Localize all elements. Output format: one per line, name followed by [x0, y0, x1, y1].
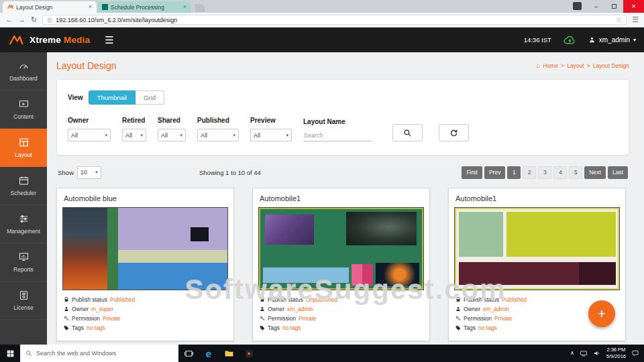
preview-select[interactable]: All▾ — [250, 129, 292, 141]
tab-close-icon[interactable]: × — [183, 4, 186, 10]
sidebar-item-license[interactable]: License — [0, 282, 47, 320]
chevron-down-icon: ▾ — [633, 37, 636, 43]
address-bar[interactable]: 192.168.60.10/xm_6.2.0/xm/site/layoutdes… — [42, 15, 627, 25]
page-last-button[interactable]: Last — [608, 166, 628, 179]
layout-card[interactable]: Automobile blue Publish status Published — [56, 188, 234, 341]
action-center-icon[interactable] — [631, 349, 639, 357]
page-3-button[interactable]: 3 — [538, 166, 551, 179]
tray-expand-icon[interactable]: ∧ — [570, 351, 574, 356]
publish-status-row: Publish status Published — [64, 296, 227, 303]
user-icon — [588, 36, 596, 44]
calendar-icon — [18, 175, 30, 186]
show-select[interactable]: 10▾ — [77, 166, 101, 179]
page-prev-button[interactable]: Prev — [484, 166, 505, 179]
retired-select[interactable]: All▾ — [122, 129, 146, 141]
file-explorer-button[interactable] — [219, 345, 239, 362]
owner-label: Owner — [72, 306, 89, 312]
bar-chart-icon — [18, 251, 30, 263]
page-4-button[interactable]: 4 — [553, 166, 567, 179]
breadcrumb-separator: > — [587, 62, 590, 69]
user-menu[interactable]: xm_admin ▾ — [588, 36, 636, 44]
media-screen-icon — [18, 99, 30, 110]
refresh-icon[interactable]: ↻ — [31, 16, 37, 23]
layout-thumbnail[interactable] — [62, 207, 228, 290]
publish-status-value: Unpublished — [306, 296, 337, 303]
breadcrumb-home[interactable]: Home — [543, 62, 559, 69]
tags-label: Tags — [72, 324, 84, 331]
permission-label: Permission — [72, 315, 100, 322]
thumb-zone-maroon-bar — [459, 262, 579, 285]
maximize-button[interactable] — [605, 0, 623, 13]
browser-extension-icon[interactable] — [573, 2, 582, 10]
layout-thumbnail[interactable] — [454, 207, 620, 290]
layout-name-label: Layout Name — [303, 118, 372, 125]
permission-label: Permission — [268, 315, 296, 322]
view-thumbnail-button[interactable]: Thumbnail — [89, 90, 136, 105]
close-button[interactable]: ✕ — [623, 0, 644, 13]
forward-icon[interactable]: → — [18, 16, 25, 23]
new-tab-button[interactable] — [194, 4, 205, 12]
shared-label: Shared — [158, 117, 186, 124]
retired-label: Retired — [122, 117, 146, 124]
search-button[interactable] — [392, 124, 423, 141]
page-first-button[interactable]: First — [462, 166, 482, 179]
system-tray: ∧ 2:36 PM 5/9/2016 — [570, 345, 644, 362]
view-grid-button[interactable]: Grid — [136, 90, 164, 105]
sidebar-item-label: Management — [7, 228, 40, 235]
thumb-zone-blue-bar — [118, 263, 227, 290]
sidebar-item-dashboard[interactable]: Dashboard — [0, 52, 47, 90]
taskbar-search[interactable] — [20, 345, 178, 362]
network-icon[interactable] — [580, 349, 588, 357]
bookmark-star-icon[interactable]: ☆ — [616, 16, 622, 23]
sidebar-item-layout[interactable]: Layout — [0, 129, 47, 167]
key-icon — [455, 316, 461, 321]
layout-thumbnail[interactable] — [258, 207, 424, 290]
permission-value: Private — [494, 315, 512, 322]
key-icon — [64, 316, 69, 321]
edge-browser-button[interactable]: e — [199, 345, 219, 362]
sliders-icon — [18, 213, 30, 225]
page-2-button[interactable]: 2 — [523, 166, 536, 179]
add-layout-button[interactable]: + — [588, 300, 615, 327]
browser-tab-schedule-processing[interactable]: Schedule Processing × — [97, 1, 191, 13]
page-next-button[interactable]: Next — [584, 166, 605, 179]
breadcrumb-layout[interactable]: Layout — [567, 62, 584, 69]
layout-card[interactable]: Automobile1 Publish status Unpublished — [252, 188, 430, 341]
sidebar-item-scheduler[interactable]: Scheduler — [0, 167, 47, 205]
owner-select[interactable]: All▾ — [68, 129, 111, 141]
browser-tab-layout-design[interactable]: Layout Design × — [3, 1, 97, 13]
app-body: Dashboard Content Layout Scheduler Manag… — [0, 52, 644, 345]
shared-select[interactable]: All▾ — [158, 129, 186, 141]
page-1-button[interactable]: 1 — [507, 166, 521, 179]
browser-menu-icon[interactable]: ☰ — [632, 16, 639, 23]
taskbar-clock[interactable]: 2:36 PM 5/9/2016 — [606, 347, 626, 360]
key-icon — [260, 316, 265, 321]
preview-filter: Preview All▾ — [250, 117, 292, 141]
minimize-button[interactable]: – — [587, 0, 605, 13]
gauge-icon — [18, 60, 30, 72]
media-app-button[interactable] — [239, 345, 259, 362]
taskbar-search-input[interactable] — [36, 350, 173, 357]
tab-title: Schedule Processing — [111, 4, 180, 11]
permission-row: Permission Private — [260, 315, 423, 322]
page-icon — [47, 17, 52, 23]
page-5-button[interactable]: 5 — [569, 166, 582, 179]
sidebar-item-management[interactable]: Management — [0, 205, 47, 243]
thumb-zone-pink-blocks — [352, 264, 373, 286]
taskbar: e ∧ 2:36 PM 5/9/2016 — [0, 345, 644, 362]
published-select[interactable]: All▾ — [197, 129, 239, 141]
tab-close-icon[interactable]: × — [89, 4, 92, 10]
sidebar-toggle-icon[interactable]: ☰ — [105, 35, 113, 45]
thumb-zone-green-strip — [107, 208, 118, 290]
task-view-button[interactable] — [178, 345, 199, 362]
volume-icon[interactable] — [593, 349, 601, 357]
sidebar-item-reports[interactable]: Reports — [0, 243, 47, 282]
start-button[interactable] — [0, 345, 20, 362]
back-icon[interactable]: ← — [5, 16, 13, 23]
retired-value: All — [125, 132, 132, 139]
refresh-button[interactable] — [439, 124, 469, 141]
layout-name-input[interactable] — [303, 130, 372, 141]
sidebar-item-content[interactable]: Content — [0, 90, 47, 129]
cloud-sync-icon[interactable] — [561, 34, 578, 46]
preview-value: All — [254, 132, 260, 139]
